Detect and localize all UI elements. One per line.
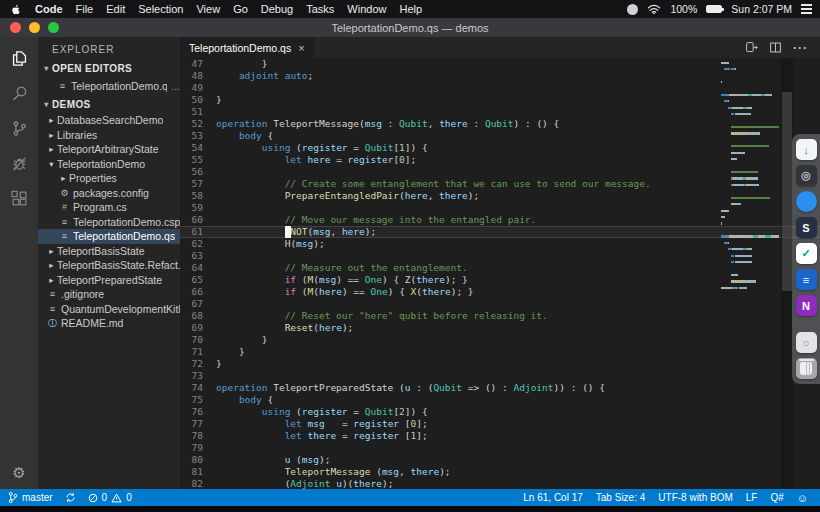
wifi-icon[interactable] [647, 4, 661, 15]
tree-item--gitignore[interactable]: ≡.gitignore [38, 287, 180, 302]
status-menu-icon[interactable] [627, 4, 638, 15]
activity-search-icon[interactable] [0, 76, 38, 111]
tab-label: TeleportationDemo.qs [189, 42, 291, 54]
tree-item-libraries[interactable]: ▸Libraries [38, 128, 180, 143]
line-number: 57 [180, 178, 216, 190]
settings-gear-icon[interactable] [0, 464, 38, 482]
dock-onenote-app-icon[interactable]: N [796, 295, 817, 316]
open-changes-icon[interactable] [745, 41, 758, 54]
chevron-right-icon: ▸ [46, 130, 57, 140]
chevron-right-icon: ▸ [46, 115, 57, 125]
line-number: 70 [180, 334, 216, 346]
line-number: 76 [180, 406, 216, 418]
tab-close-icon[interactable]: × [298, 42, 304, 54]
close-window-button[interactable] [10, 22, 21, 33]
menu-items: CodeFileEditSelectionViewGoDebugTasksWin… [35, 3, 422, 15]
chevron-right-icon: ▸ [46, 275, 57, 285]
encoding-indicator[interactable]: UTF-8 with BOM [658, 492, 732, 503]
file-tree: ▸DatabaseSearchDemo▸Libraries▸TeleportAr… [38, 113, 180, 331]
code-editor[interactable]: 47 }48 adjoint auto;4950}5152operation T… [180, 58, 820, 489]
tree-item-packages-config[interactable]: ⚙packages.config [38, 186, 180, 201]
battery-icon[interactable] [706, 5, 722, 13]
split-editor-icon[interactable] [769, 41, 782, 54]
folder-section-label: DEMOS [52, 99, 91, 110]
dock-light-app-icon[interactable]: ○ [796, 332, 817, 353]
tab-teleportationdemo-qs[interactable]: TeleportationDemo.qs × [180, 37, 314, 58]
line-number: 72 [180, 358, 216, 370]
chevron-down-icon: ▾ [46, 159, 57, 169]
language-mode-indicator[interactable]: Q# [770, 492, 783, 503]
dock-camera-app-icon[interactable]: ◎ [796, 165, 817, 186]
dock-word-app-icon[interactable]: ≡ [796, 269, 817, 290]
minimize-window-button[interactable] [29, 22, 40, 33]
tree-item-teleportationdemo-cspr-[interactable]: ≡TeleportationDemo.cspr... [38, 215, 180, 230]
activity-source-control-icon[interactable] [0, 111, 38, 146]
menu-tasks[interactable]: Tasks [306, 3, 334, 15]
cursor-position-indicator[interactable]: Ln 61, Col 17 [523, 492, 583, 503]
dock: ↓◎S✓≡N○ [792, 134, 820, 384]
line-number: 66 [180, 286, 216, 298]
activity-extensions-icon[interactable] [0, 181, 38, 216]
tree-item-teleportationdemo[interactable]: ▾TeleportationDemo [38, 157, 180, 172]
menu-help[interactable]: Help [399, 3, 422, 15]
tree-item-teleportbasisstate[interactable]: ▸TeleportBasisState [38, 244, 180, 259]
git-branch-indicator[interactable]: master [8, 491, 53, 504]
more-actions-icon[interactable] [793, 44, 808, 52]
menu-debug[interactable]: Debug [261, 3, 293, 15]
menu-code[interactable]: Code [35, 3, 63, 15]
line-number: 55 [180, 154, 216, 166]
menu-edit[interactable]: Edit [106, 3, 125, 15]
dock-downloads-app-icon[interactable]: ↓ [796, 139, 817, 160]
status-bar: master 0 0 Ln 61, Col 17 Tab Size: 4 UTF… [0, 489, 820, 506]
dock-tasks-app-icon[interactable]: ✓ [796, 243, 817, 264]
minimap[interactable] [719, 58, 779, 489]
window-titlebar[interactable]: TeleportationDemo.qs — demos [0, 18, 820, 37]
battery-percentage: 100% [670, 3, 697, 15]
tab-size-indicator[interactable]: Tab Size: 4 [596, 492, 645, 503]
tree-item-properties[interactable]: ▸Properties [38, 171, 180, 186]
tree-item-teleportationdemo-qs[interactable]: ≡TeleportationDemo.qs [38, 229, 180, 244]
open-editors-header[interactable]: OPEN EDITORS [38, 59, 180, 77]
notification-center-icon[interactable] [801, 4, 812, 14]
tree-item-databasesearchdemo[interactable]: ▸DatabaseSearchDemo [38, 113, 180, 128]
line-number: 73 [180, 370, 216, 382]
tree-item-readme-md[interactable]: ⓘREADME.md [38, 316, 180, 331]
line-number: 50 [180, 94, 216, 106]
menu-view[interactable]: View [196, 3, 220, 15]
sync-button[interactable] [65, 492, 76, 503]
open-editors-list: ≡TeleportationDemo.qs... [38, 77, 180, 95]
chevron-down-icon [41, 100, 52, 109]
dock-browser-app-icon[interactable] [796, 191, 817, 212]
line-number: 67 [180, 298, 216, 310]
menu-window[interactable]: Window [347, 3, 386, 15]
cs-file-icon: # [58, 202, 71, 212]
folder-section-header[interactable]: DEMOS [38, 95, 180, 113]
tree-item-teleportbasisstate-refact-[interactable]: ▸TeleportBasisState.Refact... [38, 258, 180, 273]
tree-item-teleportpreparedstate[interactable]: ▸TeleportPreparedState [38, 273, 180, 288]
warning-icon [111, 493, 122, 503]
menu-bar-clock[interactable]: Sun 2:07 PM [731, 3, 792, 15]
menu-file[interactable]: File [76, 3, 94, 15]
tree-item-quantumdevelopmentkitd-[interactable]: ≡QuantumDevelopmentKitD... [38, 302, 180, 317]
eol-indicator[interactable]: LF [746, 492, 758, 503]
zoom-window-button[interactable] [48, 22, 59, 33]
tree-item-program-cs[interactable]: #Program.cs [38, 200, 180, 215]
apple-menu-icon[interactable] [10, 3, 22, 16]
activity-debug-icon[interactable] [0, 146, 38, 181]
line-number: 49 [180, 82, 216, 94]
problems-indicator[interactable]: 0 0 [88, 492, 132, 503]
traffic-lights [10, 18, 59, 37]
feedback-smiley-icon[interactable] [797, 492, 808, 504]
dock-s-app-icon[interactable]: S [796, 217, 817, 238]
line-number: 53 [180, 130, 216, 142]
menu-selection[interactable]: Selection [138, 3, 183, 15]
open-editor-item[interactable]: ≡TeleportationDemo.qs... [38, 77, 180, 95]
tree-item-teleportarbitrarystate[interactable]: ▸TeleportArbitraryState [38, 142, 180, 157]
dock-trash-icon[interactable] [796, 358, 817, 379]
line-number: 63 [180, 250, 216, 262]
branch-name: master [22, 492, 53, 503]
activity-explorer-icon[interactable] [0, 41, 38, 76]
gear-file-icon: ⚙ [58, 188, 71, 198]
menu-go[interactable]: Go [233, 3, 248, 15]
scrollbar-thumb[interactable] [782, 92, 792, 290]
